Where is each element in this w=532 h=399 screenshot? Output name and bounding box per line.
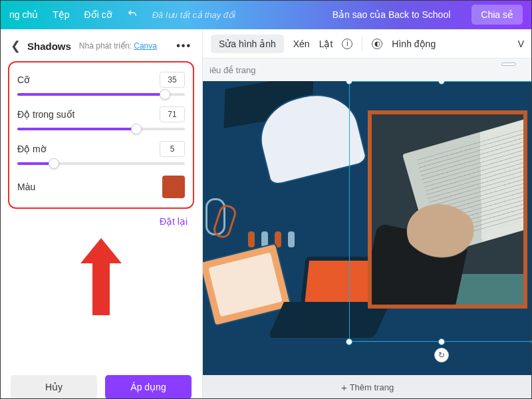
crop-button[interactable]: Xén: [293, 39, 310, 49]
reset-link[interactable]: Đặt lại: [160, 216, 188, 227]
resize-handle[interactable]: [346, 338, 352, 345]
toolbar-right-cut: V: [518, 39, 524, 49]
nav-file[interactable]: Tệp: [53, 9, 69, 20]
selection-frame[interactable]: ↻: [349, 81, 532, 342]
slider-thumb[interactable]: [49, 158, 59, 169]
slider-blur: Độ mờ: [17, 141, 185, 165]
slider-thumb[interactable]: [131, 124, 142, 134]
slider-blur-label: Độ mờ: [17, 144, 47, 154]
annotation-arrow-icon: [0, 234, 202, 321]
slider-size: Cỡ: [17, 72, 185, 96]
slider-opacity-input[interactable]: [160, 106, 185, 122]
undo-icon[interactable]: [127, 9, 138, 21]
page-title[interactable]: iêu đề trang: [209, 65, 255, 75]
slider-size-track[interactable]: [17, 93, 185, 96]
developer-link[interactable]: Canva: [134, 41, 157, 51]
panel-title: Shadows: [27, 41, 71, 52]
nav-home[interactable]: ng chủ: [9, 9, 38, 20]
plus-icon: +: [341, 382, 347, 393]
saved-status: Đã lưu tất cả thay đổi: [152, 10, 235, 20]
flip-button[interactable]: Lật: [319, 39, 333, 49]
nav-resize[interactable]: Đổi cỡ: [84, 9, 112, 20]
cancel-button[interactable]: Hủy: [11, 375, 97, 399]
slider-thumb[interactable]: [160, 89, 170, 100]
color-swatch[interactable]: [162, 176, 185, 198]
slider-size-label: Cỡ: [17, 74, 30, 85]
slider-blur-track[interactable]: [17, 162, 185, 165]
canvas[interactable]: iêu đề trang: [203, 59, 532, 399]
share-button[interactable]: Chia sẻ: [471, 5, 523, 25]
page-resize-handle[interactable]: [501, 63, 516, 66]
rotate-handle-icon[interactable]: ↻: [434, 348, 449, 362]
more-icon[interactable]: •••: [176, 40, 192, 52]
slider-opacity: Độ trong suốt: [17, 106, 185, 130]
info-icon[interactable]: i: [342, 39, 352, 49]
slider-opacity-track[interactable]: [17, 128, 185, 130]
slider-size-input[interactable]: [160, 72, 185, 88]
side-panel: ❮ Shadows Nhà phát triển: Canva ••• Cỡ: [0, 29, 203, 399]
slider-blur-input[interactable]: [160, 141, 185, 157]
resize-handle[interactable]: [438, 81, 445, 84]
image-toolbar: Sửa hình ảnh Xén Lật i ◐ Hình động V: [203, 29, 532, 59]
apply-button[interactable]: Áp dụng: [105, 375, 192, 399]
color-label: Màu: [17, 182, 35, 192]
add-page-bar[interactable]: + Thêm trang: [203, 375, 532, 399]
resize-handle[interactable]: [346, 81, 352, 84]
shadow-controls: Cỡ Độ trong suốt: [8, 61, 194, 209]
back-chevron-icon[interactable]: ❮: [11, 39, 21, 53]
document-title[interactable]: Bản sao của Back to School: [332, 9, 451, 20]
edit-image-button[interactable]: Sửa hình ảnh: [211, 35, 284, 53]
add-page-label: Thêm trang: [350, 382, 394, 392]
slider-opacity-label: Độ trong suốt: [17, 109, 74, 120]
developer-label: Nhà phát triển: Canva: [79, 41, 157, 51]
animate-button[interactable]: Hình động: [392, 39, 436, 49]
design-page[interactable]: ↻: [203, 81, 532, 375]
resize-handle[interactable]: [438, 338, 445, 345]
editor-area: Sửa hình ảnh Xén Lật i ◐ Hình động V iêu…: [203, 29, 532, 399]
animate-icon[interactable]: ◐: [372, 39, 382, 49]
top-bar: ng chủ Tệp Đổi cỡ Đã lưu tất cả thay đổi…: [0, 0, 532, 29]
